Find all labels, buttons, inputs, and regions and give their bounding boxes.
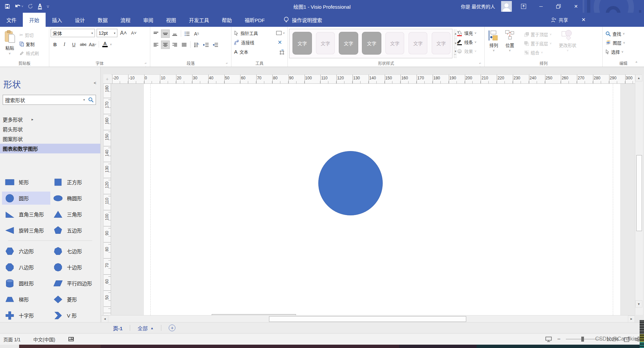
layers-button[interactable]: 图层 ˅ bbox=[604, 39, 643, 47]
decrease-indent-button[interactable] bbox=[202, 41, 210, 49]
shape-style-swatch[interactable]: 文字 bbox=[339, 32, 358, 54]
position-button[interactable]: 位置 ˅ bbox=[502, 29, 518, 57]
stencil-shape-rotated-triangle[interactable]: 旋转三角形 bbox=[2, 224, 50, 237]
shape-search-input[interactable]: 搜索形状 ▾ bbox=[3, 95, 96, 105]
ribbon-tab-7[interactable]: 审阅 bbox=[137, 13, 160, 27]
language-indicator[interactable]: 中文(中国) bbox=[33, 336, 55, 343]
ribbon-tab-9[interactable]: 开发工具 bbox=[182, 13, 215, 27]
stencil-category[interactable]: 箭头形状 bbox=[0, 124, 100, 134]
ribbon-tab-3[interactable]: 插入 bbox=[46, 13, 68, 27]
line-button[interactable]: 线条 ˅ bbox=[455, 38, 478, 46]
signed-in-user[interactable]: 你是 最优秀的人 bbox=[461, 3, 495, 10]
italic-button[interactable]: I bbox=[60, 40, 69, 49]
rectangle-tool-button[interactable]: ˅ bbox=[276, 31, 285, 35]
drawing-page[interactable] bbox=[144, 84, 620, 315]
restore-button[interactable] bbox=[553, 0, 564, 13]
grow-font-button[interactable]: A˄ bbox=[119, 29, 128, 37]
zoom-out-button[interactable]: − bbox=[557, 336, 560, 343]
search-caret-icon[interactable]: ▾ bbox=[83, 98, 85, 101]
ribbon-tab-1[interactable]: 文件 bbox=[0, 13, 23, 27]
add-page-button[interactable]: + bbox=[169, 325, 175, 331]
stencil-shape-cylinder[interactable]: 圆柱形 bbox=[2, 277, 50, 290]
shape-style-swatch[interactable]: 文字 bbox=[409, 32, 427, 54]
paste-button[interactable]: 粘贴 ˅ bbox=[1, 29, 18, 57]
stencil-shape-cross[interactable]: 十字形 bbox=[2, 309, 50, 322]
page-tab[interactable]: 页-1 bbox=[113, 325, 122, 332]
shrink-font-button[interactable]: A˅ bbox=[129, 29, 138, 37]
horizontal-scroll-thumb[interactable] bbox=[269, 316, 466, 322]
group-button[interactable]: 组合 ˅ bbox=[523, 48, 553, 57]
align-center-button[interactable] bbox=[161, 41, 170, 49]
send-to-back-button[interactable]: 置于底层 ˅ bbox=[523, 39, 553, 48]
ribbon-tab-4[interactable]: 设计 bbox=[68, 13, 91, 27]
align-top-button[interactable] bbox=[152, 29, 160, 38]
ribbon-display-options-button[interactable] bbox=[518, 0, 529, 13]
arrange-button[interactable]: 排列 ˅ bbox=[486, 29, 501, 57]
shape-style-swatch[interactable]: 文字 bbox=[293, 32, 312, 54]
pointer-tool-button[interactable]: 指针工具 bbox=[234, 30, 258, 36]
text-block-tool-button[interactable] bbox=[279, 49, 285, 55]
cut-button[interactable]: ✂ 剪切 bbox=[18, 31, 40, 39]
shape-style-swatch[interactable]: 文字 bbox=[385, 32, 404, 54]
ribbon-tab-8[interactable]: 视图 bbox=[160, 13, 182, 27]
shape-styles-dialog-launcher[interactable]: ⌐→ bbox=[479, 62, 483, 66]
drawing-canvas[interactable]: + -20-1001020304050607080901001101201301… bbox=[101, 67, 644, 322]
shape-style-swatch[interactable]: 文字 bbox=[432, 32, 450, 54]
tell-me-search[interactable]: 操作说明搜索 bbox=[284, 13, 322, 27]
close-pane-button[interactable]: ✕ bbox=[581, 17, 586, 23]
paragraph-dialog-launcher[interactable]: ⌐→ bbox=[226, 62, 230, 66]
stencil-shape-decagon[interactable]: 十边形 bbox=[50, 261, 99, 274]
increase-indent-button[interactable] bbox=[211, 41, 220, 49]
bring-to-front-button[interactable]: 置于顶层 ˅ bbox=[523, 30, 553, 39]
search-icon[interactable] bbox=[88, 97, 94, 102]
find-button[interactable]: 查找 ˅ bbox=[604, 29, 643, 38]
align-right-button[interactable] bbox=[170, 41, 179, 49]
font-dialog-launcher[interactable]: ⌐→ bbox=[145, 62, 149, 66]
all-pages-button[interactable]: 全部 ▲ bbox=[138, 325, 154, 332]
stencil-shape-parallelogram[interactable]: 平行四边形 bbox=[50, 277, 99, 290]
scroll-right-arrow[interactable]: ► bbox=[628, 316, 635, 323]
copy-button[interactable]: 复制 bbox=[18, 40, 40, 48]
horizontal-scrollbar[interactable]: ◄ ► bbox=[101, 315, 635, 322]
collapse-panel-button[interactable]: < bbox=[94, 80, 96, 85]
close-button[interactable]: ✕ bbox=[570, 0, 582, 13]
stencil-shape-circle[interactable]: 圆形 bbox=[2, 192, 50, 205]
stencil-shape-triangle[interactable]: 三角形 bbox=[50, 208, 99, 221]
connector-tool-button[interactable]: 连接线 bbox=[234, 39, 254, 46]
format-painter-button[interactable]: 格式刷 bbox=[18, 49, 40, 57]
ribbon-tab-11[interactable]: 福昕PDF bbox=[238, 13, 271, 27]
stencil-shape-chevron[interactable]: V 形 bbox=[50, 309, 99, 322]
strikethrough-button[interactable]: abc bbox=[79, 40, 88, 49]
justify-button[interactable] bbox=[180, 41, 189, 49]
font-color-button[interactable]: A bbox=[101, 40, 109, 49]
bold-button[interactable]: B bbox=[51, 40, 59, 49]
stencil-shape-rect[interactable]: 矩形 bbox=[2, 176, 50, 189]
ribbon-tab-5[interactable]: 数据 bbox=[91, 13, 114, 27]
scroll-up-arrow[interactable]: ▲ bbox=[635, 74, 642, 81]
scroll-down-arrow[interactable]: ▼ bbox=[635, 300, 642, 307]
text-tool-button[interactable]: A 文本 bbox=[234, 49, 248, 55]
font-size-combo[interactable]: 12pt ▾ bbox=[97, 29, 117, 37]
align-middle-button[interactable] bbox=[161, 29, 170, 38]
fill-button[interactable]: 填充 ˅ bbox=[455, 29, 478, 37]
align-bottom-button[interactable] bbox=[170, 29, 179, 38]
stencil-shape-heptagon[interactable]: 七边形 bbox=[50, 245, 99, 258]
text-direction-button[interactable]: A bbox=[192, 41, 201, 49]
zoom-slider-handle[interactable] bbox=[581, 337, 584, 342]
ime-icon[interactable] bbox=[68, 337, 74, 342]
stencil-shape-right-triangle[interactable]: 直角三角形 bbox=[2, 208, 50, 221]
stencil-shape-trapezoid[interactable]: 梯形 bbox=[2, 293, 50, 306]
shape-style-swatch[interactable]: 文字 bbox=[316, 32, 335, 54]
ribbon-tab-10[interactable]: 帮助 bbox=[215, 13, 238, 27]
avatar[interactable] bbox=[501, 1, 512, 12]
stencil-category[interactable]: 图案形状 bbox=[0, 134, 100, 144]
underline-button[interactable]: U bbox=[69, 40, 78, 49]
vertical-scrollbar[interactable]: ▲ ▼ bbox=[635, 74, 643, 315]
minimize-button[interactable]: ─ bbox=[535, 0, 547, 13]
collapse-ribbon-button[interactable]: ⌃ bbox=[635, 61, 638, 65]
presentation-mode-icon[interactable] bbox=[545, 337, 552, 342]
change-case-button[interactable]: Aa˅ bbox=[88, 40, 97, 49]
superscript-button[interactable]: A⁵ bbox=[192, 29, 201, 38]
effects-button[interactable]: 效果 ˅ bbox=[455, 47, 478, 55]
stencil-shape-ellipse[interactable]: 椭圆形 bbox=[50, 192, 99, 205]
